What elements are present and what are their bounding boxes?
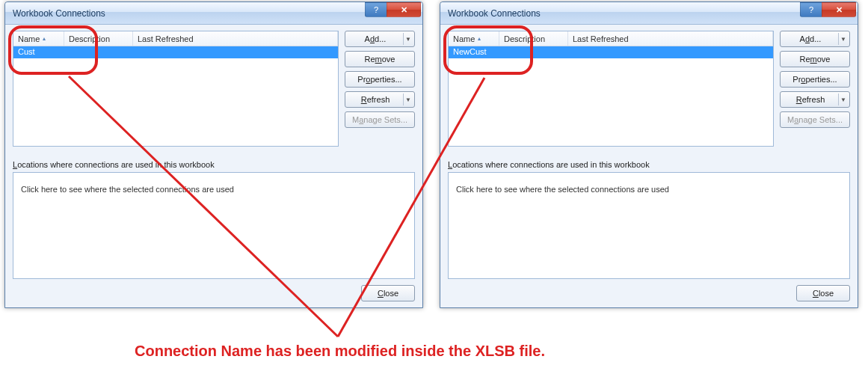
workbook-connections-dialog-right: Workbook Connections ? ✕ Name▴ Descripti…: [440, 1, 858, 308]
remove-button[interactable]: Remove: [780, 51, 850, 67]
close-button[interactable]: Close: [796, 285, 850, 301]
locations-box[interactable]: Click here to see where the selected con…: [13, 172, 415, 279]
add-button[interactable]: Add...▼: [345, 31, 415, 47]
titlebar[interactable]: Workbook Connections ? ✕: [5, 2, 422, 25]
locations-label: Locations where connections are used in …: [448, 160, 850, 169]
side-buttons: Add...▼ Remove Properties... Refresh▼ Ma…: [345, 31, 415, 147]
column-description[interactable]: Description: [64, 31, 133, 46]
close-window-button[interactable]: ✕: [387, 2, 421, 17]
manage-sets-button: Manage Sets...: [780, 111, 850, 128]
locations-label: Locations where connections are used in …: [13, 160, 415, 169]
list-header: Name▴ Description Last Refreshed: [449, 31, 773, 46]
properties-button[interactable]: Properties...: [780, 71, 850, 88]
dropdown-caret-icon: ▼: [405, 36, 411, 43]
connection-row[interactable]: NewCust: [449, 46, 773, 58]
upper-area: Name▴ Description Last Refreshed NewCust…: [448, 31, 850, 147]
refresh-button[interactable]: Refresh▼: [345, 91, 415, 108]
dialog-title: Workbook Connections: [13, 8, 105, 19]
help-button[interactable]: ?: [800, 2, 822, 17]
manage-sets-button: Manage Sets...: [345, 111, 415, 128]
add-button[interactable]: Add...▼: [780, 31, 850, 47]
dialog-content: Name▴ Description Last Refreshed NewCust…: [440, 25, 858, 307]
close-window-button[interactable]: ✕: [822, 2, 856, 17]
help-button[interactable]: ?: [365, 2, 387, 17]
dialog-footer: Close: [448, 279, 850, 301]
titlebar[interactable]: Workbook Connections ? ✕: [440, 2, 858, 25]
sort-caret-icon: ▴: [478, 35, 481, 42]
annotation-text: Connection Name has been modified inside…: [135, 343, 545, 360]
column-name[interactable]: Name▴: [449, 31, 499, 46]
locations-box[interactable]: Click here to see where the selected con…: [448, 172, 850, 279]
column-description[interactable]: Description: [499, 31, 568, 46]
column-last-refreshed[interactable]: Last Refreshed: [133, 31, 338, 46]
title-buttons: ? ✕: [366, 2, 421, 17]
connections-list[interactable]: Name▴ Description Last Refreshed NewCust: [448, 31, 774, 147]
locations-hint: Click here to see where the selected con…: [21, 185, 234, 194]
dropdown-caret-icon: ▼: [405, 96, 411, 103]
dialog-title: Workbook Connections: [448, 8, 541, 19]
dialog-content: Name▴ Description Last Refreshed Cust Ad…: [5, 25, 422, 307]
dropdown-caret-icon: ▼: [840, 36, 846, 43]
side-buttons: Add...▼ Remove Properties... Refresh▼ Ma…: [780, 31, 850, 147]
dialog-footer: Close: [13, 279, 415, 301]
sort-caret-icon: ▴: [43, 35, 46, 42]
column-name[interactable]: Name▴: [13, 31, 64, 46]
refresh-button[interactable]: Refresh▼: [780, 91, 850, 108]
title-buttons: ? ✕: [801, 2, 856, 17]
dropdown-caret-icon: ▼: [840, 96, 846, 103]
properties-button[interactable]: Properties...: [345, 71, 415, 88]
connections-list[interactable]: Name▴ Description Last Refreshed Cust: [13, 31, 339, 147]
column-last-refreshed[interactable]: Last Refreshed: [568, 31, 773, 46]
list-header: Name▴ Description Last Refreshed: [13, 31, 338, 46]
remove-button[interactable]: Remove: [345, 51, 415, 67]
workbook-connections-dialog-left: Workbook Connections ? ✕ Name▴ Descripti…: [4, 1, 423, 308]
locations-hint: Click here to see where the selected con…: [456, 185, 669, 194]
close-button[interactable]: Close: [361, 285, 415, 301]
connection-row[interactable]: Cust: [13, 46, 338, 58]
upper-area: Name▴ Description Last Refreshed Cust Ad…: [13, 31, 415, 147]
